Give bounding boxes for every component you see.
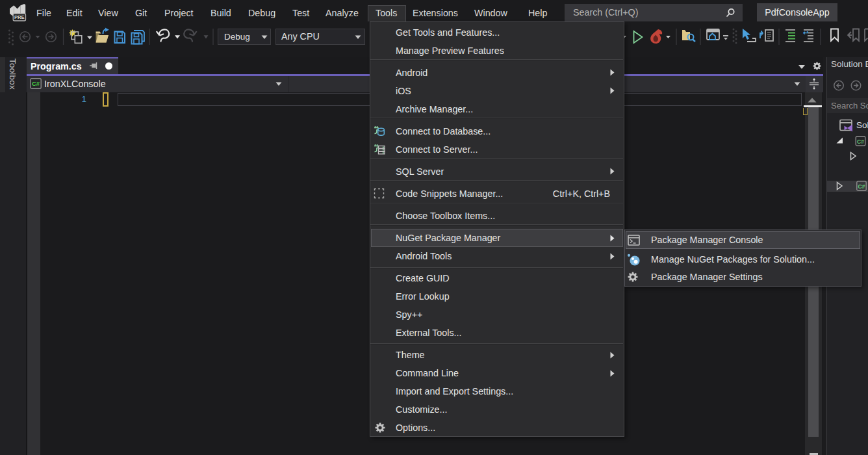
- svg-text:C#: C#: [858, 183, 865, 190]
- svg-text:PRE: PRE: [14, 14, 25, 20]
- svg-text:C#: C#: [32, 80, 40, 87]
- svg-text:↩: ↩: [803, 29, 809, 36]
- svg-text:C#: C#: [857, 138, 864, 144]
